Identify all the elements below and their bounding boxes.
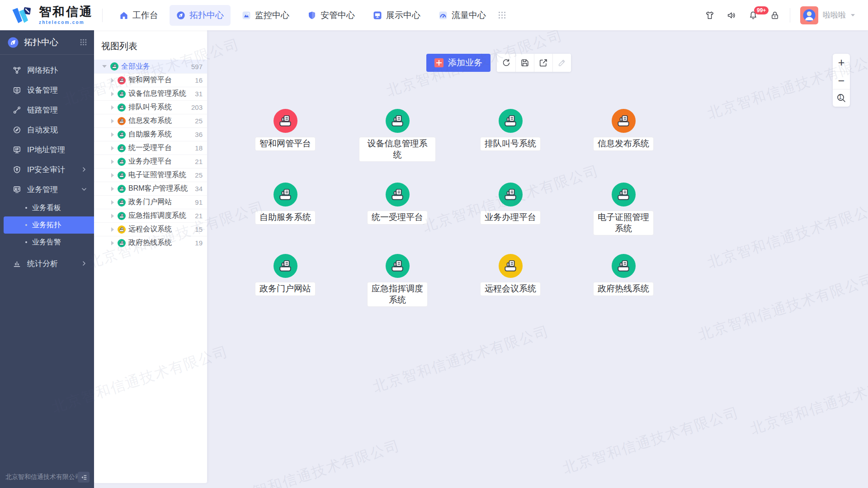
tree-row[interactable]: 政务门户网站 91 bbox=[94, 195, 207, 209]
refresh-button[interactable] bbox=[497, 54, 515, 72]
tree-label: 政府热线系统 bbox=[128, 238, 172, 248]
sound-button[interactable] bbox=[726, 10, 736, 20]
tree-root-row[interactable]: 全部业务 597 bbox=[94, 60, 207, 73]
business-node[interactable]: 信息发布系统 bbox=[585, 109, 662, 151]
sidebar-item-label: IP地址管理 bbox=[27, 145, 65, 155]
expand-arrow-icon[interactable] bbox=[111, 119, 114, 123]
tree-row[interactable]: 远程会议系统 15 bbox=[94, 222, 207, 236]
tree-row[interactable]: 电子证照管理系统 25 bbox=[94, 168, 207, 182]
expand-arrow-icon[interactable] bbox=[111, 200, 114, 205]
lock-screen-button[interactable] bbox=[770, 10, 780, 20]
tree-row[interactable]: 业务办理平台 21 bbox=[94, 155, 207, 168]
shield-icon bbox=[13, 165, 21, 174]
expand-arrow-icon[interactable] bbox=[111, 187, 114, 191]
tree-label: 业务办理平台 bbox=[128, 157, 172, 166]
business-node-icon bbox=[612, 254, 636, 278]
sidebar-item-link-management[interactable]: 链路管理 bbox=[0, 100, 94, 120]
sidebar-item-auto-discovery[interactable]: 自动发现 bbox=[0, 120, 94, 140]
expand-arrow-icon[interactable] bbox=[111, 227, 114, 232]
zoom-in-button[interactable]: + bbox=[833, 54, 850, 71]
sidebar-item-ip-management[interactable]: IP地址管理 bbox=[0, 140, 94, 160]
expand-arrow-icon[interactable] bbox=[111, 92, 114, 96]
notifications-button[interactable]: 99+ bbox=[748, 10, 758, 20]
business-node[interactable]: 政务门户网站 bbox=[247, 254, 324, 296]
tree-row[interactable]: 设备信息管理系统 31 bbox=[94, 87, 207, 100]
expand-arrow-icon[interactable] bbox=[111, 132, 114, 137]
sidebar-item-device-management[interactable]: 设备管理 bbox=[0, 80, 94, 100]
business-node-label: 电子证照管理 系统 bbox=[593, 211, 654, 235]
sidebar-grid-icon[interactable] bbox=[80, 39, 87, 46]
expand-arrow-icon[interactable] bbox=[111, 146, 114, 150]
user-menu[interactable]: 啦啦啦 bbox=[800, 6, 855, 24]
nav-label: 拓扑中心 bbox=[189, 9, 224, 21]
collapse-sidebar-button[interactable] bbox=[78, 472, 90, 483]
business-node[interactable]: 智和网管平台 bbox=[247, 109, 324, 151]
sidebar-item-network-topology[interactable]: 网络拓扑 bbox=[0, 60, 94, 80]
refresh-icon bbox=[501, 58, 511, 68]
expand-arrow-icon[interactable] bbox=[111, 241, 114, 245]
tree-row[interactable]: 应急指挥调度系统 21 bbox=[94, 209, 207, 222]
tree-label: 信息发布系统 bbox=[128, 116, 172, 126]
expand-arrow-icon[interactable] bbox=[111, 78, 114, 83]
plus-icon bbox=[434, 58, 443, 67]
brand-logo[interactable]: 智和信通 zhtelecom.com bbox=[11, 5, 93, 26]
business-node-icon bbox=[118, 225, 126, 234]
expand-arrow-icon[interactable] bbox=[111, 173, 114, 178]
tree-row[interactable]: 信息发布系统 25 bbox=[94, 114, 207, 127]
sidebar-item-ip-security-audit[interactable]: IP安全审计 bbox=[0, 160, 94, 179]
export-button[interactable] bbox=[534, 54, 552, 72]
nav-item-workbench[interactable]: 工作台 bbox=[113, 5, 165, 26]
tree-row[interactable]: 政府热线系统 19 bbox=[94, 236, 207, 249]
sidebar-item-label: 链路管理 bbox=[27, 105, 58, 115]
export-icon bbox=[538, 58, 548, 68]
business-node[interactable]: 电子证照管理 系统 bbox=[585, 183, 662, 235]
business-node[interactable]: 应急指挥调度 系统 bbox=[359, 254, 436, 307]
expand-arrow-icon[interactable] bbox=[102, 65, 107, 68]
tree-count: 16 bbox=[192, 76, 203, 84]
business-node[interactable]: 设备信息管理系统 bbox=[359, 109, 436, 162]
theme-skin-button[interactable] bbox=[705, 10, 715, 20]
save-button[interactable] bbox=[515, 54, 534, 72]
business-node[interactable]: 排队叫号系统 bbox=[472, 109, 549, 151]
sidebar-subitem-business-topology[interactable]: 业务拓扑 bbox=[4, 216, 94, 234]
workbench-house-icon bbox=[119, 11, 128, 20]
expand-arrow-icon[interactable] bbox=[111, 105, 114, 110]
apps-grid-icon[interactable] bbox=[495, 9, 509, 22]
topbar-tools: 99+ bbox=[705, 10, 780, 20]
business-node-label: 信息发布系统 bbox=[593, 137, 654, 151]
tree-row[interactable]: 智和网管平台 16 bbox=[94, 73, 207, 87]
sidebar-item-statistics[interactable]: 统计分析 bbox=[0, 253, 94, 273]
sidebar-subitem-business-board[interactable]: 业务看板 bbox=[0, 199, 94, 216]
expand-arrow-icon[interactable] bbox=[111, 160, 114, 164]
add-business-button[interactable]: 添加业务 bbox=[426, 54, 491, 72]
business-node-label: 自助服务系统 bbox=[255, 211, 316, 225]
tree-row[interactable]: 统一受理平台 18 bbox=[94, 141, 207, 155]
business-node[interactable]: 统一受理平台 bbox=[359, 183, 436, 225]
zoom-out-button[interactable]: − bbox=[833, 71, 850, 89]
device-icon bbox=[13, 86, 21, 94]
business-node[interactable]: 政府热线系统 bbox=[585, 254, 662, 296]
nav-item-security-center[interactable]: 安管中心 bbox=[301, 5, 362, 26]
nav-item-topology-center[interactable]: 拓扑中心 bbox=[170, 5, 231, 26]
business-node[interactable]: 自助服务系统 bbox=[247, 183, 324, 225]
zoom-reset-button[interactable]: 1 bbox=[833, 89, 850, 107]
tree-row[interactable]: 自助服务系统 36 bbox=[94, 127, 207, 141]
link-icon bbox=[13, 106, 21, 114]
expand-arrow-icon[interactable] bbox=[111, 214, 114, 218]
topology-canvas[interactable]: 添加业务 bbox=[207, 30, 868, 488]
sidebar-item-business-management[interactable]: 业务管理 bbox=[0, 179, 94, 199]
sidebar-item-label: 自动发现 bbox=[27, 125, 58, 135]
tree-label: 智和网管平台 bbox=[128, 75, 172, 85]
sidebar-item-label: 业务看板 bbox=[32, 203, 61, 213]
tree-row[interactable]: BRM客户管理系统 34 bbox=[94, 182, 207, 195]
nav-item-traffic-center[interactable]: 流量中心 bbox=[432, 5, 493, 26]
nav-item-display-center[interactable]: 展示中心 bbox=[366, 5, 427, 26]
business-node[interactable]: 业务办理平台 bbox=[472, 183, 549, 225]
chevron-right-icon bbox=[81, 261, 87, 266]
sidebar-item-label: IP安全审计 bbox=[27, 164, 65, 175]
sidebar-subitem-business-alarm[interactable]: 业务告警 bbox=[0, 234, 94, 251]
tree-row[interactable]: 排队叫号系统 203 bbox=[94, 100, 207, 114]
business-node[interactable]: 远程会议系统 bbox=[472, 254, 549, 296]
topology-center-icon bbox=[7, 37, 19, 48]
nav-item-monitor-center[interactable]: 监控中心 bbox=[235, 5, 296, 26]
